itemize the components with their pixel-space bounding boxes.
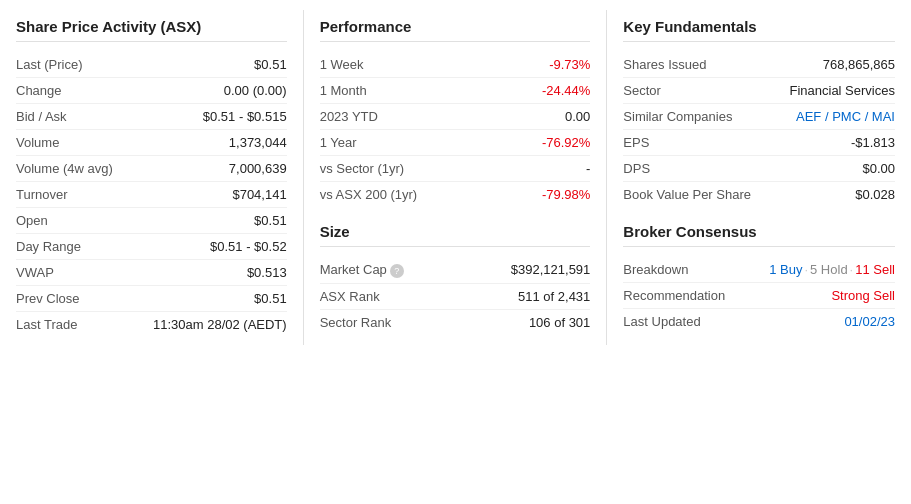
table-row: Last Trade11:30am 28/02 (AEDT) bbox=[16, 312, 287, 337]
row-label: ASX Rank bbox=[320, 289, 380, 304]
table-row: Volume1,373,044 bbox=[16, 130, 287, 156]
row-value: 511 of 2,431 bbox=[518, 289, 590, 304]
row-label: vs Sector (1yr) bbox=[320, 161, 405, 176]
broker-rows: Breakdown1 Buy·5 Hold·11 SellRecommendat… bbox=[623, 257, 895, 334]
row-label: 2023 YTD bbox=[320, 109, 378, 124]
table-row: 1 Month-24.44% bbox=[320, 78, 591, 104]
table-row: 1 Year-76.92% bbox=[320, 130, 591, 156]
row-label: Last Updated bbox=[623, 314, 700, 329]
row-value: -79.98% bbox=[542, 187, 590, 202]
row-value: -$1.813 bbox=[851, 135, 895, 150]
row-value: $0.51 bbox=[254, 291, 287, 306]
row-label: Shares Issued bbox=[623, 57, 706, 72]
row-value: -24.44% bbox=[542, 83, 590, 98]
row-label: Market Cap? bbox=[320, 262, 404, 278]
row-value: Financial Services bbox=[789, 83, 895, 98]
performance-title: Performance bbox=[320, 18, 591, 42]
table-row: Volume (4w avg)7,000,639 bbox=[16, 156, 287, 182]
performance-rows: 1 Week-9.73%1 Month-24.44%2023 YTD0.001 … bbox=[320, 52, 591, 207]
row-label: 1 Month bbox=[320, 83, 367, 98]
row-value: $392,121,591 bbox=[511, 262, 591, 277]
row-value: $0.028 bbox=[855, 187, 895, 202]
row-value: 01/02/23 bbox=[844, 314, 895, 329]
row-label: Bid / Ask bbox=[16, 109, 67, 124]
row-value: 0.00 (0.00) bbox=[224, 83, 287, 98]
row-label: Day Range bbox=[16, 239, 81, 254]
hold-count: 5 Hold bbox=[810, 262, 848, 277]
table-row: VWAP$0.513 bbox=[16, 260, 287, 286]
row-label: Volume (4w avg) bbox=[16, 161, 113, 176]
performance-section: Performance 1 Week-9.73%1 Month-24.44%20… bbox=[304, 10, 608, 345]
table-row: Breakdown1 Buy·5 Hold·11 Sell bbox=[623, 257, 895, 283]
row-value: $0.51 - $0.52 bbox=[210, 239, 287, 254]
row-label: Open bbox=[16, 213, 48, 228]
row-value: $0.51 - $0.515 bbox=[203, 109, 287, 124]
row-label: Change bbox=[16, 83, 62, 98]
table-row: Change0.00 (0.00) bbox=[16, 78, 287, 104]
table-row: 1 Week-9.73% bbox=[320, 52, 591, 78]
row-value: -9.73% bbox=[549, 57, 590, 72]
table-row: Bid / Ask$0.51 - $0.515 bbox=[16, 104, 287, 130]
row-label: Last Trade bbox=[16, 317, 77, 332]
table-row: DPS$0.00 bbox=[623, 156, 895, 182]
row-value: -76.92% bbox=[542, 135, 590, 150]
row-value: $0.51 bbox=[254, 213, 287, 228]
row-value: AEF / PMC / MAI bbox=[796, 109, 895, 124]
row-label: Sector bbox=[623, 83, 661, 98]
row-label: EPS bbox=[623, 135, 649, 150]
size-rows: Market Cap?$392,121,591ASX Rank511 of 2,… bbox=[320, 257, 591, 335]
row-label: VWAP bbox=[16, 265, 54, 280]
share-price-rows: Last (Price)$0.51Change0.00 (0.00)Bid / … bbox=[16, 52, 287, 337]
row-value: 768,865,865 bbox=[823, 57, 895, 72]
share-price-section: Share Price Activity (ASX) Last (Price)$… bbox=[0, 10, 304, 345]
table-row: Market Cap?$392,121,591 bbox=[320, 257, 591, 284]
size-title: Size bbox=[320, 223, 591, 247]
table-row: EPS-$1.813 bbox=[623, 130, 895, 156]
broker-breakdown: 1 Buy·5 Hold·11 Sell bbox=[769, 262, 895, 277]
row-value: 11:30am 28/02 (AEDT) bbox=[153, 317, 287, 332]
table-row: Book Value Per Share$0.028 bbox=[623, 182, 895, 207]
row-label: 1 Year bbox=[320, 135, 357, 150]
row-value: 0.00 bbox=[565, 109, 590, 124]
table-row: Day Range$0.51 - $0.52 bbox=[16, 234, 287, 260]
row-label: DPS bbox=[623, 161, 650, 176]
broker-title: Broker Consensus bbox=[623, 223, 895, 247]
table-row: vs ASX 200 (1yr)-79.98% bbox=[320, 182, 591, 207]
table-row: Similar CompaniesAEF / PMC / MAI bbox=[623, 104, 895, 130]
fundamentals-title: Key Fundamentals bbox=[623, 18, 895, 42]
row-label: Turnover bbox=[16, 187, 68, 202]
row-label: 1 Week bbox=[320, 57, 364, 72]
row-label: vs ASX 200 (1yr) bbox=[320, 187, 418, 202]
row-label: Similar Companies bbox=[623, 109, 732, 124]
row-label: Breakdown bbox=[623, 262, 688, 277]
share-price-title: Share Price Activity (ASX) bbox=[16, 18, 287, 42]
sell-count: 11 Sell bbox=[855, 262, 895, 277]
row-value: $0.513 bbox=[247, 265, 287, 280]
row-label: Recommendation bbox=[623, 288, 725, 303]
row-value: 7,000,639 bbox=[229, 161, 287, 176]
table-row: 2023 YTD0.00 bbox=[320, 104, 591, 130]
row-value: 1,373,044 bbox=[229, 135, 287, 150]
table-row: RecommendationStrong Sell bbox=[623, 283, 895, 309]
row-value: - bbox=[586, 161, 590, 176]
row-label: Book Value Per Share bbox=[623, 187, 751, 202]
row-value: Strong Sell bbox=[831, 288, 895, 303]
table-row: SectorFinancial Services bbox=[623, 78, 895, 104]
row-value: $0.51 bbox=[254, 57, 287, 72]
table-row: Last Updated01/02/23 bbox=[623, 309, 895, 334]
fundamentals-rows: Shares Issued768,865,865SectorFinancial … bbox=[623, 52, 895, 207]
row-label: Prev Close bbox=[16, 291, 80, 306]
table-row: ASX Rank511 of 2,431 bbox=[320, 284, 591, 310]
row-label: Last (Price) bbox=[16, 57, 82, 72]
row-label: Volume bbox=[16, 135, 59, 150]
table-row: Shares Issued768,865,865 bbox=[623, 52, 895, 78]
row-value: 106 of 301 bbox=[529, 315, 590, 330]
table-row: Turnover$704,141 bbox=[16, 182, 287, 208]
table-row: Sector Rank106 of 301 bbox=[320, 310, 591, 335]
info-icon[interactable]: ? bbox=[390, 264, 404, 278]
fundamentals-section: Key Fundamentals Shares Issued768,865,86… bbox=[607, 10, 911, 345]
table-row: Open$0.51 bbox=[16, 208, 287, 234]
buy-count: 1 Buy bbox=[769, 262, 802, 277]
table-row: Prev Close$0.51 bbox=[16, 286, 287, 312]
row-label: Sector Rank bbox=[320, 315, 392, 330]
